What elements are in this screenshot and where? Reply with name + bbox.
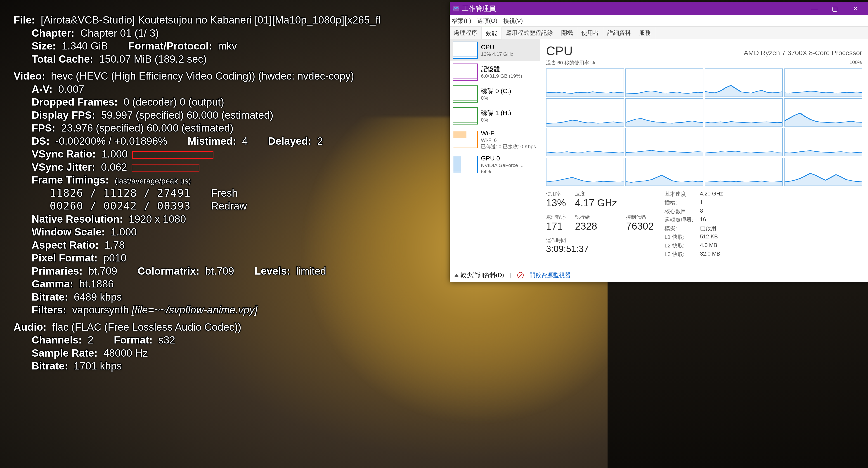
ds-label: DS: <box>32 135 50 147</box>
side-wifi-sub1: Wi-Fi 6 <box>481 137 536 143</box>
vsync-ratio-bar <box>132 151 213 159</box>
frametimings-hint: (last/average/peak μs) <box>115 176 191 185</box>
wifi-thumbnail-icon <box>453 131 478 148</box>
dropped-label: Dropped Frames: <box>32 96 118 108</box>
vbitrate-label: Bitrate: <box>32 291 68 303</box>
cache-value: 150.07 MiB (189.2 sec) <box>99 53 207 65</box>
value-uptime: 3:09:51:37 <box>546 244 654 254</box>
gamma-label: Gamma: <box>32 278 73 290</box>
value-logical: 16 <box>700 216 723 224</box>
size-label: Size: <box>32 40 56 52</box>
side-wifi-title: Wi-Fi <box>481 129 536 137</box>
cpu-core-cell-2 <box>705 68 783 97</box>
av-value: 0.007 <box>58 83 84 95</box>
window-title: 工作管理員 <box>462 4 496 13</box>
aspect-label: Aspect Ratio: <box>32 239 99 251</box>
close-button[interactable]: ✕ <box>845 2 865 15</box>
cpu-core-cell-13 <box>625 158 704 186</box>
gamma-value: bt.1886 <box>79 278 114 290</box>
samplerate-label: Sample Rate: <box>32 347 97 359</box>
tab-processes[interactable]: 處理程序 <box>450 27 482 39</box>
fewer-details-button[interactable]: 較少詳細資料(D) <box>454 271 504 279</box>
label-sockets: 插槽: <box>664 199 693 206</box>
sidebar-item-disk1[interactable]: 磁碟 1 (H:)0% <box>450 105 540 127</box>
tab-app-history[interactable]: 應用程式歷程記錄 <box>502 27 557 39</box>
label-procs: 處理程序 <box>546 214 566 221</box>
menu-view[interactable]: 檢視(V) <box>503 17 523 25</box>
mpv-stats-overlay: File: [Airota&VCB-Studio] Koutetsujou no… <box>13 13 381 373</box>
disk0-thumbnail-icon <box>453 86 478 103</box>
minimize-button[interactable]: — <box>804 2 825 15</box>
tab-users[interactable]: 使用者 <box>577 27 603 39</box>
vsyncratio-label: VSync Ratio: <box>32 148 96 160</box>
delayed-value: 2 <box>317 135 323 147</box>
value-l1: 512 KB <box>700 233 723 241</box>
size-value: 1.340 GiB <box>62 40 108 52</box>
abitrate-label: Bitrate: <box>32 360 68 372</box>
open-resource-monitor-link[interactable]: 開啟資源監視器 <box>530 271 571 279</box>
label-l3: L3 快取: <box>664 250 693 258</box>
timing-fresh: 11826 / 11128 / 27491 <box>50 187 191 199</box>
tab-details[interactable]: 詳細資料 <box>603 27 635 39</box>
cpu-core-cell-7 <box>784 98 862 127</box>
winscale-value: 1.000 <box>111 226 137 238</box>
value-util: 13% <box>546 197 566 208</box>
sidebar-item-wifi[interactable]: Wi-FiWi-Fi 6已傳送: 0 已接收: 0 Kbps <box>450 127 540 152</box>
value-sockets: 1 <box>700 199 723 206</box>
tab-performance[interactable]: 效能 <box>482 27 502 39</box>
vbitrate-value: 6489 kbps <box>74 291 122 303</box>
file-value: [Airota&VCB-Studio] Koutetsujou no Kaban… <box>41 14 381 26</box>
window-titlebar[interactable]: 工作管理員 — ▢ ✕ <box>450 2 868 15</box>
sidebar-item-cpu[interactable]: CPU13% 4.17 GHz <box>450 39 540 61</box>
mistimed-label: Mistimed: <box>188 135 236 147</box>
vsyncjitter-value: 0.062 <box>101 161 127 173</box>
label-logical: 邏輯處理器: <box>664 216 693 224</box>
menu-file[interactable]: 檔案(F) <box>452 17 471 25</box>
maximize-button[interactable]: ▢ <box>825 2 845 15</box>
audio-label: Audio: <box>13 321 46 333</box>
menu-options[interactable]: 選項(O) <box>477 17 497 25</box>
graph-subhead-left: 過去 60 秒的使用率 % <box>546 60 595 66</box>
primaries-value: bt.709 <box>88 265 117 277</box>
chapter-value: Chapter 01 (1/ 3) <box>80 27 159 39</box>
label-l1: L1 快取: <box>664 233 693 241</box>
value-speed: 4.17 GHz <box>575 197 617 208</box>
cpu-core-cell-14 <box>705 158 783 186</box>
format-label: Format/Protocol: <box>128 40 212 52</box>
vsync-jitter-bar <box>132 164 199 171</box>
cpu-core-cell-9 <box>625 128 704 156</box>
value-threads: 2328 <box>575 221 617 232</box>
cpu-core-cell-12 <box>546 158 624 186</box>
task-manager-window[interactable]: 工作管理員 — ▢ ✕ 檔案(F) 選項(O) 檢視(V) 處理程序 效能 應用… <box>450 2 868 282</box>
label-speed: 速度 <box>575 191 617 197</box>
sidebar-item-disk0[interactable]: 磁碟 0 (C:)0% <box>450 83 540 105</box>
timing-redraw: 00260 / 00242 / 00393 <box>50 200 191 212</box>
tab-startup[interactable]: 開機 <box>557 27 577 39</box>
cpu-core-grid[interactable] <box>546 68 862 186</box>
cpu-core-cell-0 <box>546 68 624 97</box>
nativeres-value: 1920 x 1080 <box>129 213 186 225</box>
label-cores: 核心數目: <box>664 208 693 215</box>
cpu-core-cell-5 <box>625 98 704 127</box>
task-manager-icon <box>453 5 459 12</box>
performance-main: CPU AMD Ryzen 7 3700X 8-Core Processor 過… <box>540 39 868 268</box>
value-procs: 171 <box>546 221 566 232</box>
frametimings-label: Frame Timings: <box>32 174 109 186</box>
cpu-core-cell-3 <box>784 68 862 97</box>
value-l3: 32.0 MB <box>700 250 723 258</box>
sidebar-item-memory[interactable]: 記憶體6.0/31.9 GB (19%) <box>450 61 540 83</box>
tab-bar: 處理程序 效能 應用程式歷程記錄 開機 使用者 詳細資料 服務 <box>450 27 868 39</box>
side-cpu-sub: 13% 4.17 GHz <box>481 51 513 57</box>
cpu-core-cell-6 <box>705 98 783 127</box>
cpu-core-cell-8 <box>546 128 624 156</box>
label-base: 基本速度: <box>664 191 693 198</box>
side-disk0-sub: 0% <box>481 95 511 101</box>
mistimed-value: 4 <box>242 135 248 147</box>
filters-value: vapoursynth <box>72 304 129 316</box>
tab-services[interactable]: 服務 <box>635 27 655 39</box>
sidebar-item-gpu[interactable]: GPU 0NVIDIA GeForce ...64% <box>450 152 540 177</box>
colormatrix-value: bt.709 <box>205 265 234 277</box>
value-virt: 已啟用 <box>700 225 723 232</box>
fps-label: FPS: <box>32 122 55 134</box>
cache-label: Total Cache: <box>32 53 93 65</box>
